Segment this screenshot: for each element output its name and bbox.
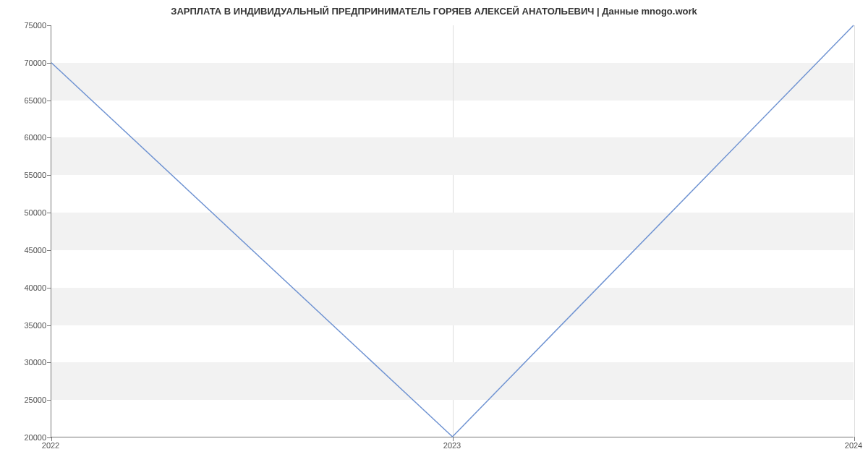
y-tick <box>47 213 51 213</box>
x-tick-label: 2023 <box>443 441 461 450</box>
plot-area <box>51 25 854 437</box>
y-tick-label: 50000 <box>24 208 46 217</box>
y-tick <box>47 400 51 401</box>
y-tick <box>47 325 51 326</box>
y-tick <box>47 25 51 26</box>
y-tick-label: 45000 <box>24 246 46 255</box>
series-line <box>51 25 854 437</box>
y-tick-label: 75000 <box>24 21 46 30</box>
y-tick-label: 55000 <box>24 171 46 179</box>
y-tick-label: 35000 <box>24 321 46 330</box>
x-tick-label: 2022 <box>42 441 59 450</box>
chart-title: ЗАРПЛАТА В ИНДИВИДУАЛЬНЫЙ ПРЕДПРИНИМАТЕЛ… <box>0 6 868 17</box>
y-tick-label: 40000 <box>24 283 46 292</box>
y-tick <box>47 63 51 64</box>
y-tick <box>47 101 51 101</box>
y-tick <box>47 288 51 289</box>
y-tick <box>47 362 51 363</box>
y-tick-label: 60000 <box>24 133 46 142</box>
y-tick-label: 25000 <box>24 396 46 404</box>
line-series-svg <box>51 25 854 437</box>
y-tick-label: 70000 <box>24 59 46 67</box>
y-tick-label: 30000 <box>24 358 46 367</box>
y-tick <box>47 175 51 176</box>
chart-container: ЗАРПЛАТА В ИНДИВИДУАЛЬНЫЙ ПРЕДПРИНИМАТЕЛ… <box>0 0 868 470</box>
y-tick <box>47 250 51 251</box>
x-gridline <box>854 25 855 437</box>
x-tick-label: 2024 <box>845 441 862 450</box>
y-tick <box>47 137 51 138</box>
y-tick-label: 65000 <box>24 96 46 105</box>
